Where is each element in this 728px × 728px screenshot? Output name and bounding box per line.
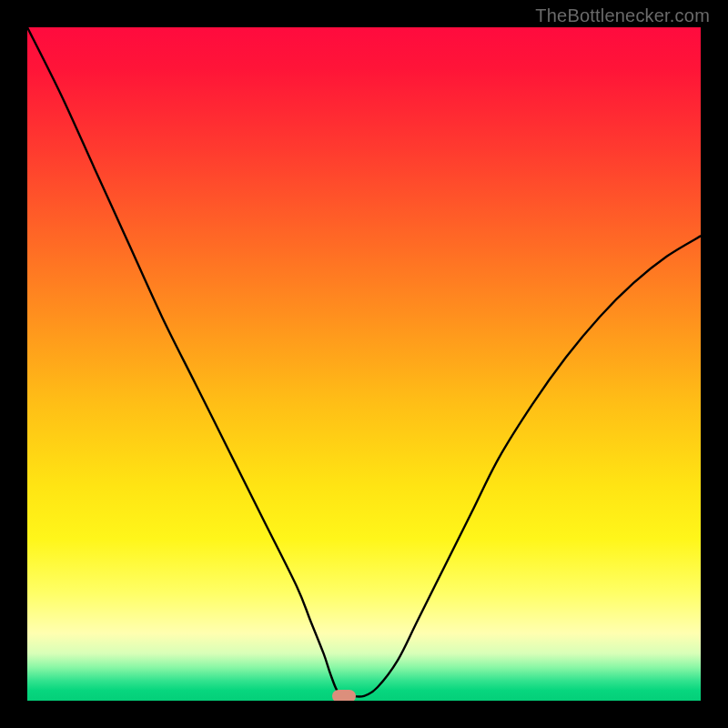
chart-stage: TheBottlenecker.com xyxy=(0,0,728,728)
watermark-text: TheBottlenecker.com xyxy=(535,5,710,26)
plot-area xyxy=(27,27,701,701)
bottleneck-curve xyxy=(27,27,701,701)
curve-path xyxy=(27,27,701,697)
min-marker xyxy=(332,690,356,701)
